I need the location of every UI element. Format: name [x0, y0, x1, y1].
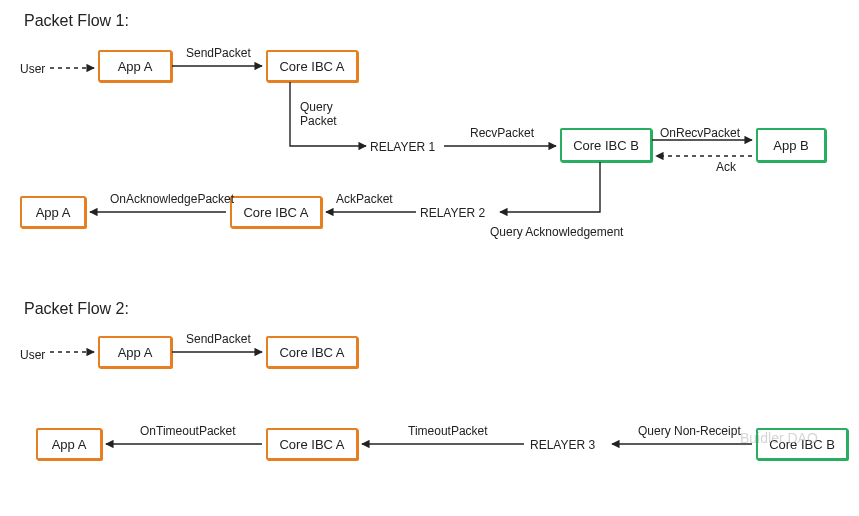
box-label: App A — [118, 345, 153, 360]
flow2-querynonreceipt-label: Query Non-Receipt — [638, 424, 741, 438]
box-label: App A — [118, 59, 153, 74]
box-label: App A — [52, 437, 87, 452]
flow1-sendpacket-label: SendPacket — [186, 46, 251, 60]
flow1-querypacket-label2: Packet — [300, 114, 337, 128]
flow1-queryack-label: Query Acknowledgement — [490, 225, 623, 239]
flow2-core-ibc-a-2: Core IBC A — [266, 428, 358, 460]
flow1-core-ibc-a-1: Core IBC A — [266, 50, 358, 82]
flow1-app-b: App B — [756, 128, 826, 162]
flow1-ack-label: Ack — [716, 160, 736, 174]
flow2-core-ibc-a-1: Core IBC A — [266, 336, 358, 368]
flow1-app-a-1: App A — [98, 50, 172, 82]
flow1-app-a-2: App A — [20, 196, 86, 228]
flow1-ackpacket-label: AckPacket — [336, 192, 393, 206]
box-label: Core IBC A — [243, 205, 308, 220]
flow1-core-ibc-a-2: Core IBC A — [230, 196, 322, 228]
flow2-title: Packet Flow 2: — [24, 300, 129, 318]
watermark-text: Buidler DAO — [740, 430, 818, 446]
flow1-relayer1-label: RELAYER 1 — [370, 140, 435, 154]
flow1-recvpacket-label: RecvPacket — [470, 126, 534, 140]
flow2-sendpacket-label: SendPacket — [186, 332, 251, 346]
flow2-user-label: User — [20, 348, 45, 362]
flow1-relayer2-label: RELAYER 2 — [420, 206, 485, 220]
flow2-ontimeoutpacket-label: OnTimeoutPacket — [140, 424, 236, 438]
flow1-title: Packet Flow 1: — [24, 12, 129, 30]
flow1-onrecvpacket-label: OnRecvPacket — [660, 126, 740, 140]
flow2-app-a-2: App A — [36, 428, 102, 460]
box-label: App A — [36, 205, 71, 220]
flow1-user-label: User — [20, 62, 45, 76]
flow2-app-a-1: App A — [98, 336, 172, 368]
box-label: App B — [773, 138, 808, 153]
box-label: Core IBC B — [573, 138, 639, 153]
flow1-onackpacket-label: OnAcknowledgePacket — [110, 192, 234, 206]
flow1-core-ibc-b: Core IBC B — [560, 128, 652, 162]
flow2-relayer3-label: RELAYER 3 — [530, 438, 595, 452]
box-label: Core IBC A — [279, 437, 344, 452]
flow2-timeoutpacket-label: TimeoutPacket — [408, 424, 488, 438]
flow1-querypacket-label1: Query — [300, 100, 333, 114]
box-label: Core IBC A — [279, 59, 344, 74]
box-label: Core IBC A — [279, 345, 344, 360]
